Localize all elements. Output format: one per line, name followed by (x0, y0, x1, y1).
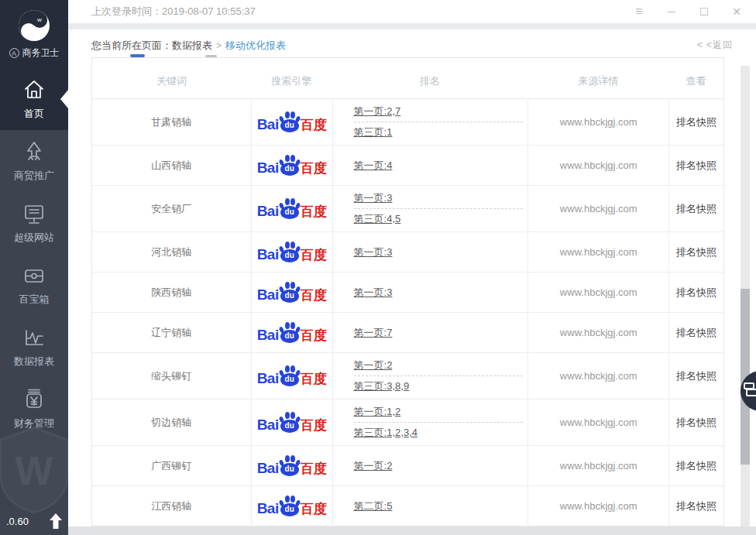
minimize-icon[interactable]: ─ (655, 0, 688, 23)
baidu-logo: Bai du 百度 (257, 242, 327, 262)
rank-link[interactable]: 第一页:3 (354, 285, 393, 300)
rank-link[interactable]: 第一页:1,2 (354, 404, 401, 420)
table-row: 缩头铆钉 Bai du 百度 第一页:2第三页:3,8,9 www.hbckjg… (92, 353, 723, 400)
home-icon (22, 78, 46, 101)
baidu-paw-icon: du (280, 496, 300, 516)
keyword-cell: 甘肃销轴 (92, 99, 251, 145)
rank-link[interactable]: 第三页:4,5 (354, 211, 401, 227)
update-up-arrow-icon[interactable] (50, 513, 62, 529)
rank-link[interactable]: 第二页:5 (354, 499, 393, 514)
rank-link[interactable]: 第一页:2 (354, 358, 393, 373)
baidu-logo-text: Bai (257, 160, 279, 176)
baidu-paw-icon: du (280, 455, 300, 476)
last-login-label: 上次登录时间：2019-08-07 10:55:37 (91, 5, 623, 19)
sidebar-item-label: 数据报表 (14, 355, 54, 369)
baidu-logo: Bai du 百度 (257, 365, 327, 386)
breadcrumb: 您当前所在页面：数据报表>移动优化报表 (91, 39, 286, 53)
menu-icon[interactable]: ≡ (623, 0, 655, 23)
finance-yen-icon (22, 388, 46, 411)
rank-cell: 第一页:1,2第三页:1,2,3,4 (332, 400, 528, 445)
sidebar-item-finance[interactable]: 财务管理 (0, 378, 68, 440)
baidu-logo-text: Bai (257, 371, 279, 386)
table-row: 山西销轴 Bai du 百度 第一页:4 www.hbckjgj.com 排名快… (92, 146, 723, 186)
source-url: www.hbckjgj.com (527, 353, 668, 399)
column-header-view: 查看 (668, 58, 723, 98)
rank-snapshot-link[interactable]: 排名快照 (668, 186, 723, 231)
baidu-logo: Bai du 百度 (257, 412, 327, 433)
app-logo-icon: w (18, 9, 50, 42)
rank-snapshot-link[interactable]: 排名快照 (668, 313, 723, 352)
source-url: www.hbckjgj.com (527, 486, 668, 526)
breadcrumb-row: 您当前所在页面：数据报表>移动优化报表 < <返回 (68, 29, 756, 57)
sidebar-item-home[interactable]: 首页 (0, 68, 68, 130)
sidebar: w A 商务卫士 首页 商贸推广 超级网站 (0, 0, 68, 535)
baidu-logo-text: Bai (257, 461, 279, 476)
engine-cell: Bai du 百度 (251, 486, 332, 526)
source-url: www.hbckjgj.com (527, 99, 668, 145)
rank-cell: 第一页:2,7第三页:1 (332, 99, 528, 145)
baidu-logo-cn: 百度 (301, 161, 327, 176)
baidu-logo: Bai du 百度 (257, 111, 327, 132)
rank-cell: 第二页:5 (332, 486, 528, 526)
baidu-logo: Bai du 百度 (257, 455, 327, 476)
sidebar-item-label: 商贸推广 (14, 169, 54, 183)
column-header-keyword: 关键词 (92, 58, 251, 98)
baidu-paw-icon: du (280, 198, 300, 219)
rank-cell: 第一页:3 (332, 232, 528, 272)
app-logo-block: w A 商务卫士 (0, 0, 68, 68)
baidu-logo-cn: 百度 (301, 461, 327, 476)
sidebar-item-data-report[interactable]: 数据报表 (0, 316, 68, 378)
sidebar-item-toolbox[interactable]: 百宝箱 (0, 254, 68, 316)
rank-link[interactable]: 第三页:1,2,3,4 (354, 425, 418, 441)
rank-link[interactable]: 第一页:3 (354, 245, 393, 260)
rank-link[interactable]: 第一页:4 (354, 158, 393, 173)
rank-link[interactable]: 第三页:1 (354, 125, 393, 140)
keyword-cell: 河北销轴 (92, 232, 251, 272)
source-url: www.hbckjgj.com (527, 313, 668, 352)
rank-snapshot-link[interactable]: 排名快照 (668, 146, 723, 185)
rank-link[interactable]: 第三页:3,8,9 (354, 379, 410, 394)
rank-snapshot-link[interactable]: 排名快照 (668, 99, 723, 145)
promotion-arrow-icon (22, 140, 46, 163)
engine-cell: Bai du 百度 (251, 446, 332, 485)
breadcrumb-section[interactable]: 数据报表 (172, 39, 212, 51)
baidu-paw-icon: du (280, 155, 300, 176)
rank-snapshot-link[interactable]: 排名快照 (668, 273, 723, 312)
keyword-cell: 广西铆钉 (92, 446, 251, 485)
rank-link[interactable]: 第一页:3 (354, 190, 393, 206)
sidebar-item-trade-promotion[interactable]: 商贸推广 (0, 130, 68, 192)
breadcrumb-current[interactable]: 移动优化报表 (225, 39, 286, 51)
vertical-scrollbar[interactable] (741, 66, 750, 526)
baidu-logo-text: Bai (257, 204, 279, 219)
engine-cell: Bai du 百度 (251, 232, 332, 272)
table-row: 安全销厂 Bai du 百度 第一页:3第三页:4,5 www.hbckjgj.… (92, 186, 723, 232)
rank-separator (354, 208, 523, 209)
sidebar-item-super-website[interactable]: 超级网站 (0, 192, 68, 254)
breadcrumb-separator: > (216, 40, 222, 51)
rank-snapshot-link[interactable]: 排名快照 (668, 446, 723, 485)
rank-snapshot-link[interactable]: 排名快照 (668, 353, 723, 399)
rank-snapshot-link[interactable]: 排名快照 (668, 232, 723, 272)
baidu-paw-icon: du (280, 282, 300, 303)
rank-link[interactable]: 第一页:2,7 (354, 104, 401, 119)
sidebar-item-label: 首页 (24, 107, 44, 121)
rank-snapshot-link[interactable]: 排名快照 (668, 486, 723, 526)
source-url: www.hbckjgj.com (527, 146, 668, 185)
baidu-logo: Bai du 百度 (257, 198, 327, 219)
source-url: www.hbckjgj.com (527, 446, 668, 485)
baidu-logo-cn: 百度 (301, 372, 327, 386)
rank-link[interactable]: 第一页:7 (354, 325, 393, 341)
rank-link[interactable]: 第一页:2 (354, 458, 393, 474)
maximize-icon[interactable]: ☐ (688, 0, 720, 23)
rank-snapshot-link[interactable]: 排名快照 (668, 400, 723, 445)
baidu-paw-icon: du (280, 111, 300, 132)
toolbox-icon (22, 264, 46, 287)
back-button[interactable]: < <返回 (697, 39, 733, 52)
baidu-logo: Bai du 百度 (257, 322, 327, 343)
baidu-logo-text: Bai (257, 501, 279, 516)
engine-cell: Bai du 百度 (251, 313, 332, 352)
keyword-cell: 缩头铆钉 (92, 353, 251, 399)
keyword-cell: 辽宁销轴 (92, 313, 251, 352)
close-icon[interactable]: ✕ (720, 0, 753, 23)
circled-a-icon: A (9, 48, 19, 58)
